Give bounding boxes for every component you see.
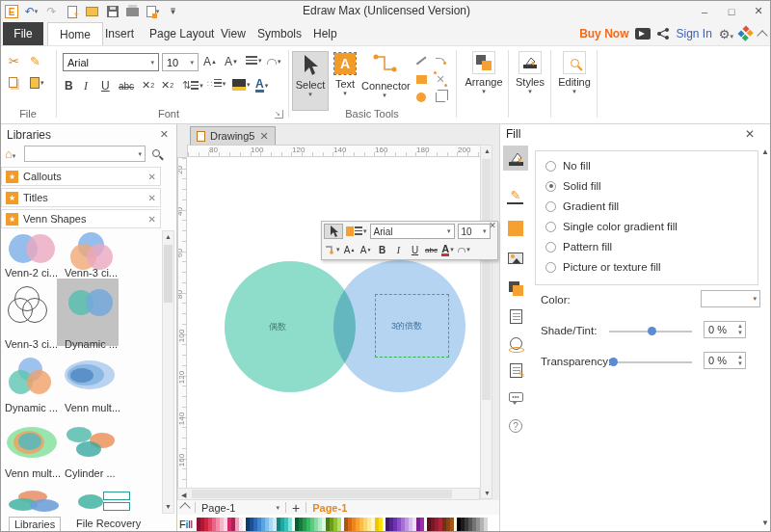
option-single-color-gradient-fill[interactable]: Single color gradient fill (545, 221, 678, 232)
font-dialog-launcher[interactable]: ↘ (275, 110, 283, 119)
scrollbar-thumb[interactable] (192, 490, 452, 498)
option-pattern-fill[interactable]: Pattern fill (545, 241, 612, 253)
page-name[interactable]: Page-1 (201, 502, 235, 514)
canvas-horizontal-scrollbar[interactable]: ◀ (177, 488, 480, 500)
panel-tab-libraries[interactable]: Libraries (9, 517, 61, 532)
spinner-arrows[interactable]: ▲▼ (737, 323, 743, 336)
minimize-button[interactable]: – (691, 1, 718, 21)
panel-tab-file-recovery[interactable]: File Recovery (76, 518, 141, 529)
line-spacing-button[interactable]: ⇅▾ (182, 79, 203, 92)
libraries-scrollbar[interactable]: ▲ ▼ (162, 230, 174, 514)
underline-button[interactable]: U (101, 79, 110, 93)
library-section-titles[interactable]: ★ Titles ✕ (1, 188, 161, 207)
tab-help[interactable]: Help (302, 22, 349, 45)
tab-file[interactable]: File (3, 22, 43, 45)
page-list-dropdown-icon[interactable]: ▾ (276, 504, 279, 512)
paste-button[interactable]: ▾ (30, 77, 44, 89)
format-painter-button[interactable]: ✎ (30, 54, 40, 68)
fill-tool-icon[interactable] (503, 146, 528, 171)
text-align-button[interactable]: ▾ (246, 56, 262, 66)
palette-swatch[interactable] (420, 518, 424, 531)
panel-scroll-down-icon[interactable]: ▼ (761, 519, 769, 527)
bullets-button[interactable]: ∷▾ (207, 79, 226, 89)
palette-swatch[interactable] (337, 518, 341, 531)
radio-icon[interactable] (545, 222, 556, 232)
ellipse-tool-button[interactable] (413, 91, 429, 104)
font-size-combo[interactable]: 10▾ (162, 53, 199, 71)
pointer-tool-button[interactable] (324, 224, 343, 239)
connector-tool-button[interactable]: Connector ▾ (361, 51, 408, 111)
arc-tool-button[interactable] (433, 54, 448, 67)
share-icon[interactable] (657, 28, 669, 40)
float-text-arc-button[interactable]: ▾ (458, 242, 471, 257)
option-no-fill[interactable]: No fill (545, 160, 591, 172)
canvas-vertical-scrollbar[interactable]: ▲ ▼ (480, 145, 492, 499)
scrollbar-thumb[interactable] (164, 245, 173, 303)
collapse-pages-icon[interactable] (179, 502, 190, 513)
radio-icon[interactable] (545, 201, 556, 212)
palette-swatch[interactable] (288, 518, 292, 531)
shade-tint-slider[interactable] (609, 331, 692, 332)
float-underline-button[interactable]: U (409, 242, 422, 257)
collapse-ribbon-icon[interactable] (757, 30, 767, 40)
scroll-left-icon[interactable]: ◀ (181, 492, 186, 499)
capture-icon[interactable] (635, 28, 651, 40)
text-tool-button[interactable]: A Text ▾ (330, 51, 360, 111)
palette-swatch[interactable] (450, 518, 454, 531)
transparency-value[interactable]: 0 %▲▼ (704, 352, 746, 369)
library-section-venn-shapes[interactable]: ★ Venn Shapes ✕ (1, 209, 161, 228)
comment-icon[interactable]: ••• (503, 385, 528, 410)
font-family-combo[interactable]: Arial▾ (63, 53, 159, 71)
brand-pinwheel-icon[interactable] (738, 26, 755, 42)
section-close-icon[interactable]: ✕ (148, 193, 156, 203)
increase-font-button[interactable]: A▲ (203, 55, 217, 68)
shape-venn-multilayer[interactable] (65, 358, 117, 392)
library-section-callouts[interactable]: ★ Callouts ✕ (1, 167, 161, 186)
select-dropdown-arrow[interactable]: ▾ (293, 91, 328, 98)
option-gradient-fill[interactable]: Gradient fill (545, 200, 619, 212)
page-tab-active[interactable]: Page-1 (312, 502, 347, 514)
picture-icon[interactable] (503, 246, 528, 271)
add-page-button[interactable]: + (292, 500, 300, 516)
font-color-button[interactable]: A▾ (255, 79, 268, 93)
color-dropdown[interactable]: ▾ (701, 290, 760, 307)
section-close-icon[interactable]: ✕ (148, 172, 156, 182)
slider-handle[interactable] (609, 358, 618, 366)
float-strikethrough-button[interactable]: abc (425, 242, 439, 257)
float-font-color-button[interactable]: A▾ (441, 242, 455, 257)
shape-venn-3-circles[interactable] (68, 232, 120, 267)
option-picture-texture-fill[interactable]: Picture or texture fill (545, 261, 661, 273)
cut-button[interactable]: ✂ (9, 54, 19, 68)
styles-dropdown-arrow[interactable]: ▾ (512, 88, 548, 95)
radio-icon-selected[interactable] (545, 181, 556, 192)
close-button[interactable]: ✕ (745, 1, 771, 21)
rectangle-tool-button[interactable] (413, 72, 429, 86)
float-decrease-font-button[interactable]: A▼ (359, 242, 373, 257)
shape-cylinder-venn[interactable] (65, 425, 117, 460)
sign-in-link[interactable]: Sign In (676, 27, 711, 40)
scroll-up-icon[interactable]: ▲ (163, 231, 173, 243)
help-icon[interactable]: ? (503, 413, 528, 439)
slider-handle[interactable] (648, 327, 656, 335)
scroll-down-icon[interactable]: ▼ (484, 490, 491, 496)
buy-now-link[interactable]: Buy Now (579, 27, 628, 40)
selection-rectangle[interactable] (375, 294, 449, 358)
editing-dropdown-arrow[interactable]: ▾ (554, 88, 595, 95)
radio-icon[interactable] (545, 242, 556, 253)
transparency-slider[interactable] (609, 361, 692, 363)
highlight-color-button[interactable]: ▾ (232, 79, 251, 91)
arrange-dropdown-arrow[interactable]: ▾ (462, 88, 506, 95)
scroll-up-icon[interactable]: ▲ (484, 147, 491, 154)
connection-point-tool-button[interactable]: ✕ (433, 72, 448, 86)
shadow-icon[interactable] (503, 276, 528, 301)
float-italic-button[interactable]: I (392, 242, 406, 257)
settings-gear-icon[interactable]: ⚙▾ (719, 27, 733, 41)
shape-venn-3-circles-outline[interactable] (7, 286, 59, 321)
shade-tint-value[interactable]: 0 %▲▼ (704, 321, 746, 338)
radio-icon[interactable] (545, 262, 556, 273)
note-icon[interactable]: ✎ (503, 358, 528, 383)
shape-venn-2-circles[interactable] (7, 232, 59, 267)
fill-panel-close-icon[interactable]: ✕ (745, 127, 755, 141)
page-properties-icon[interactable] (503, 304, 528, 329)
document-tab-close-icon[interactable]: ✕ (259, 130, 268, 143)
